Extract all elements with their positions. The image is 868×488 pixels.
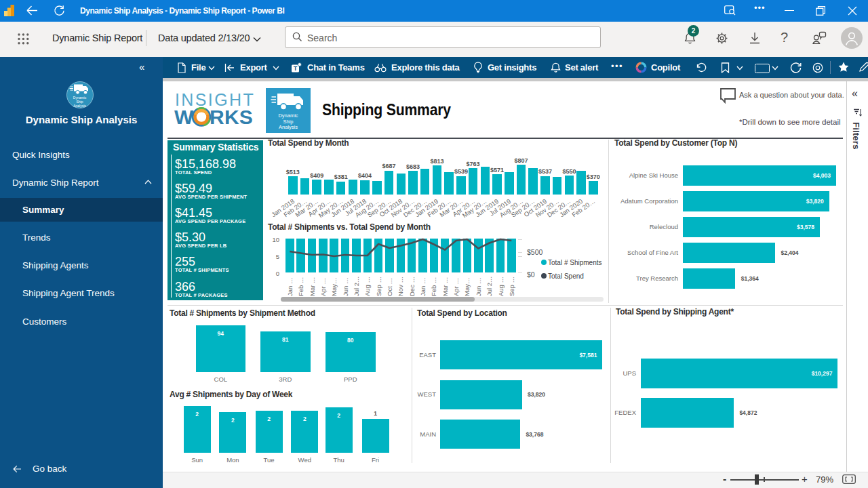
svg-text:T: T — [294, 65, 298, 72]
